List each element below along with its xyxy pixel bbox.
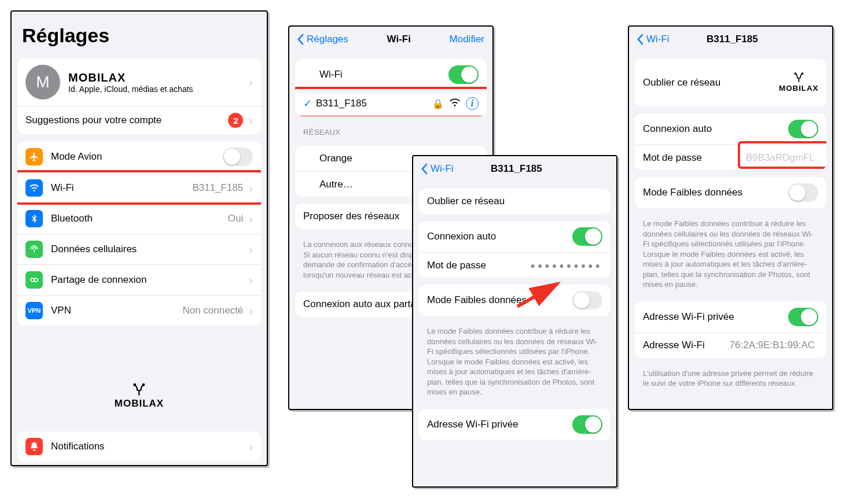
lowdata-row[interactable]: Mode Faibles données bbox=[635, 177, 826, 208]
chevron-right-icon: › bbox=[249, 441, 253, 452]
private-wifi-row[interactable]: Adresse Wi-Fi privée bbox=[419, 409, 610, 440]
edit-button[interactable]: Modifier bbox=[450, 34, 484, 45]
network-detail-panel-hidden: Wi-Fi B311_F185 Oublier ce réseau Connex… bbox=[412, 155, 617, 488]
hotspot-icon bbox=[25, 271, 43, 289]
private-wifi-section: Adresse Wi-Fi privée Adresse Wi-Fi 76:2A… bbox=[635, 301, 826, 358]
forget-section: Oublier ce réseau bbox=[419, 189, 610, 214]
chevron-right-icon: › bbox=[249, 244, 253, 255]
bluetooth-icon bbox=[25, 210, 43, 227]
auto-connect-toggle[interactable] bbox=[572, 227, 602, 246]
wifi-strength-icon bbox=[450, 98, 460, 109]
suggestions-badge: 2 bbox=[228, 113, 243, 128]
back-button[interactable]: Réglages bbox=[297, 34, 348, 45]
back-button[interactable]: Wi-Fi bbox=[637, 34, 670, 45]
cellular-row[interactable]: Données cellulaires › bbox=[17, 234, 261, 264]
brand-logo: MOBILAX bbox=[779, 72, 818, 94]
nav-bar: Wi-Fi B311_F185 bbox=[629, 27, 832, 52]
checkmark-icon: ✓ bbox=[303, 97, 316, 110]
airplane-toggle[interactable] bbox=[223, 147, 253, 166]
bluetooth-row[interactable]: Bluetooth Oui › bbox=[17, 203, 261, 234]
forget-network-row[interactable]: Oublier ce réseau bbox=[419, 189, 610, 214]
svg-point-6 bbox=[801, 73, 803, 74]
svg-point-1 bbox=[34, 278, 38, 282]
chevron-right-icon: › bbox=[249, 76, 253, 88]
lowdata-toggle[interactable] bbox=[572, 291, 602, 309]
vpn-icon: VPN bbox=[25, 302, 43, 319]
connectivity-section: Mode Avion Wi-Fi B311_F185 › Bluetooth O… bbox=[17, 141, 261, 326]
auto-connect-row[interactable]: Connexion auto bbox=[419, 221, 610, 252]
bell-icon bbox=[25, 438, 43, 455]
private-wifi-toggle[interactable] bbox=[572, 415, 602, 434]
auto-connect-toggle[interactable] bbox=[788, 120, 818, 138]
suggestions-label: Suggestions pour votre compte bbox=[25, 115, 228, 126]
lowdata-toggle[interactable] bbox=[788, 183, 818, 202]
account-sub: Id. Apple, iCloud, médias et achats bbox=[68, 84, 247, 94]
nav-title: B311_F185 bbox=[707, 34, 758, 45]
network-detail-panel-revealed: Wi-Fi B311_F185 Oublier ce réseau MOBILA… bbox=[628, 25, 833, 410]
wifi-address-value: 76:2A:9E:B1:99:AC bbox=[730, 340, 815, 351]
svg-point-5 bbox=[795, 73, 796, 74]
connection-section: Connexion auto Mot de passe ●●●●●●●●●● bbox=[419, 221, 610, 278]
lowdata-section: Mode Faibles données bbox=[419, 285, 610, 316]
airplane-mode-row[interactable]: Mode Avion bbox=[17, 141, 261, 172]
wifi-toggle-row[interactable]: Wi-Fi bbox=[295, 59, 487, 90]
password-row[interactable]: Mot de passe B9B3aRDgmFL bbox=[635, 145, 826, 170]
account-suggestions-row[interactable]: Suggestions pour votre compte 2 › bbox=[17, 106, 261, 134]
chevron-right-icon: › bbox=[249, 182, 253, 194]
connection-section: Connexion auto Mot de passe B9B3aRDgmFL bbox=[635, 113, 826, 170]
lock-icon: 🔒 bbox=[432, 98, 444, 109]
private-caption: L'utilisation d'une adresse privée perme… bbox=[629, 365, 832, 393]
wifi-toggle-section: Wi-Fi ✓ B311_F185 🔒 i bbox=[295, 59, 487, 116]
hotspot-row[interactable]: Partage de connexion › bbox=[17, 264, 261, 295]
password-row[interactable]: Mot de passe ●●●●●●●●●● bbox=[419, 252, 610, 278]
nav-bar: Réglages Wi-Fi Modifier bbox=[289, 27, 492, 52]
cellular-icon bbox=[25, 241, 43, 258]
nav-bar: Wi-Fi B311_F185 bbox=[413, 156, 616, 182]
wifi-icon bbox=[25, 179, 43, 197]
lowdata-section: Mode Faibles données bbox=[635, 177, 826, 208]
chevron-right-icon: › bbox=[249, 213, 253, 224]
page-title: Réglages bbox=[12, 12, 267, 51]
svg-point-0 bbox=[31, 278, 34, 282]
account-section: M MOBILAX Id. Apple, iCloud, médias et a… bbox=[17, 58, 261, 134]
nav-title: Wi-Fi bbox=[387, 34, 410, 45]
password-hidden: ●●●●●●●●●● bbox=[530, 261, 602, 270]
apple-id-row[interactable]: M MOBILAX Id. Apple, iCloud, médias et a… bbox=[17, 58, 261, 106]
chevron-right-icon: › bbox=[249, 274, 253, 286]
notifications-row[interactable]: Notifications › bbox=[17, 431, 261, 462]
forget-network-row[interactable]: Oublier ce réseau MOBILAX bbox=[635, 59, 826, 106]
brand-logo: MOBILAX bbox=[115, 383, 164, 410]
auto-connect-row[interactable]: Connexion auto bbox=[635, 113, 826, 145]
chevron-right-icon: › bbox=[249, 115, 253, 126]
info-icon[interactable]: i bbox=[466, 97, 479, 110]
nav-title: B311_F185 bbox=[491, 163, 542, 175]
wifi-address-row: Adresse Wi-Fi 76:2A:9E:B1:99:AC bbox=[635, 333, 826, 358]
private-wifi-section: Adresse Wi-Fi privée bbox=[419, 409, 610, 440]
account-name: MOBILAX bbox=[68, 71, 247, 84]
wifi-row[interactable]: Wi-Fi B311_F185 › bbox=[17, 172, 261, 203]
forget-section: Oublier ce réseau MOBILAX bbox=[635, 59, 826, 106]
networks-header: RÉSEAUX bbox=[289, 123, 492, 139]
vpn-row[interactable]: VPN VPN Non connecté › bbox=[17, 295, 261, 326]
wifi-toggle[interactable] bbox=[448, 65, 479, 84]
airplane-icon bbox=[25, 148, 43, 165]
avatar: M bbox=[25, 65, 60, 99]
lowdata-row[interactable]: Mode Faibles données bbox=[419, 285, 610, 316]
private-wifi-row[interactable]: Adresse Wi-Fi privée bbox=[635, 301, 826, 333]
lowdata-caption: Le mode Faibles données contribue à rédu… bbox=[629, 215, 832, 294]
svg-point-3 bbox=[143, 384, 145, 386]
password-value: B9B3aRDgmFL bbox=[746, 152, 815, 164]
chevron-right-icon: › bbox=[249, 305, 253, 316]
svg-point-2 bbox=[134, 384, 136, 386]
connected-network-row[interactable]: ✓ B311_F185 🔒 i bbox=[295, 90, 487, 116]
wifi-value: B311_F185 bbox=[192, 182, 243, 194]
lowdata-caption: Le mode Faibles données contribue à rédu… bbox=[413, 323, 616, 402]
back-button[interactable]: Wi-Fi bbox=[421, 163, 454, 175]
settings-panel: Réglages M MOBILAX Id. Apple, iCloud, mé… bbox=[10, 10, 268, 466]
notifications-section: Notifications › bbox=[17, 431, 261, 462]
private-wifi-toggle[interactable] bbox=[788, 308, 818, 326]
